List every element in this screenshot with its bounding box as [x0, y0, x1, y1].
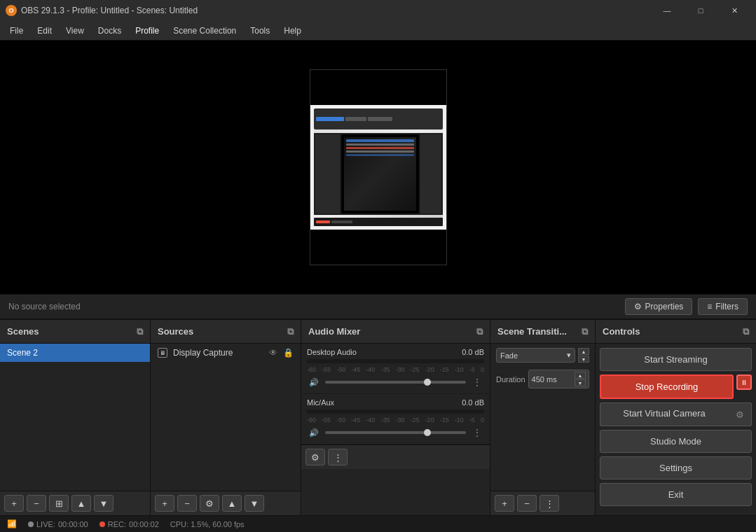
duration-up-button[interactable]: ▲ [575, 372, 586, 379]
add-scene-button[interactable]: + [4, 495, 24, 512]
vcam-gear-icon: ⚙ [736, 410, 744, 420]
sources-panel-icon[interactable]: ⧉ [287, 326, 294, 337]
controls-panel-icon[interactable]: ⧉ [743, 326, 749, 337]
scene-item[interactable]: Scene 2 [0, 344, 150, 362]
live-status: LIVE: 00:00:00 [28, 520, 88, 528]
desktop-audio-slider[interactable] [325, 381, 466, 384]
preview-canvas [310, 69, 447, 265]
sources-panel: Sources ⧉ 🖥 Display Capture 👁 🔒 + − ⚙ ▲ … [151, 320, 301, 515]
source-settings-button[interactable]: ⚙ [200, 495, 219, 512]
virtual-camera-settings-button[interactable]: ⚙ [728, 402, 752, 426]
filters-label: Filters [715, 302, 738, 312]
remove-transition-button[interactable]: − [517, 495, 537, 512]
menu-edit[interactable]: Edit [30, 23, 59, 38]
no-source-label: No source selected [8, 302, 619, 312]
cpu-label: CPU: 1.5%, 60.00 fps [170, 520, 245, 528]
add-transition-button[interactable]: + [495, 495, 514, 512]
source-bar: No source selected ⚙ Properties ≡ Filter… [0, 294, 756, 319]
audio-gear-button[interactable]: ⚙ [305, 449, 325, 465]
exit-button[interactable]: Exit [600, 483, 752, 506]
preview-screen [310, 105, 446, 230]
minimize-button[interactable]: — [651, 0, 683, 21]
menu-tools[interactable]: Tools [243, 23, 277, 38]
gear-icon: ⚙ [634, 302, 642, 312]
up-source-button[interactable]: ▲ [222, 495, 242, 512]
up-scene-button[interactable]: ▲ [71, 495, 91, 512]
transitions-header: Scene Transiti... ⧉ [490, 320, 595, 344]
network-icon: 📶 [7, 519, 17, 528]
down-scene-button[interactable]: ▼ [94, 495, 114, 512]
titlebar-controls: — □ ✕ [651, 0, 750, 21]
bottom-panels: Scenes ⧉ Scene 2 + − ⊞ ▲ ▼ Sources ⧉ 🖥 D… [0, 319, 756, 515]
remove-scene-button[interactable]: − [27, 495, 46, 512]
scenes-panel: Scenes ⧉ Scene 2 + − ⊞ ▲ ▼ [0, 320, 151, 515]
transition-menu-button[interactable]: ⋮ [539, 495, 559, 512]
audio-mixer-header: Audio Mixer ⧉ [301, 320, 490, 344]
duration-label: Duration [496, 375, 525, 384]
source-visibility-button[interactable]: 👁 [269, 348, 277, 358]
vcam-row: Start Virtual Camera ⚙ [600, 402, 752, 426]
close-button[interactable]: ✕ [718, 0, 750, 21]
transition-down-button[interactable]: ▼ [578, 356, 589, 363]
rec-time: 00:00:02 [129, 520, 159, 528]
mic-aux-meter [307, 410, 484, 414]
mic-aux-menu-button[interactable]: ⋮ [470, 426, 484, 440]
controls-panel: Controls ⧉ Start Streaming Stop Recordin… [596, 320, 756, 515]
desktop-audio-controls: 🔊 ⋮ [307, 375, 484, 389]
cpu-status: CPU: 1.5%, 60.00 fps [170, 520, 245, 528]
desktop-audio-mute-button[interactable]: 🔊 [307, 375, 321, 389]
start-streaming-button[interactable]: Start Streaming [600, 348, 752, 371]
duration-down-button[interactable]: ▼ [575, 379, 586, 386]
audio-mixer-panel: Audio Mixer ⧉ Desktop Audio 0.0 dB -60-5… [301, 320, 490, 515]
add-source-button[interactable]: + [155, 495, 174, 512]
app-icon: O [6, 5, 17, 16]
mic-aux-name: Mic/Aux [307, 398, 334, 407]
down-source-button[interactable]: ▼ [245, 495, 264, 512]
scenes-panel-icon[interactable]: ⧉ [137, 326, 143, 337]
properties-button[interactable]: ⚙ Properties [625, 298, 693, 315]
settings-button[interactable]: Settings [600, 456, 752, 479]
maximize-button[interactable]: □ [685, 0, 717, 21]
rec-dot [99, 522, 105, 527]
mic-aux-mute-button[interactable]: 🔊 [307, 426, 321, 440]
scenes-footer: + − ⊞ ▲ ▼ [0, 491, 150, 515]
filter-scene-button[interactable]: ⊞ [49, 495, 69, 512]
scenes-panel-header: Scenes ⧉ [0, 320, 150, 344]
record-row: Stop Recording ⏸ [600, 374, 752, 399]
transition-dropdown[interactable]: Fade ▾ [496, 348, 575, 363]
desktop-audio-menu-button[interactable]: ⋮ [470, 375, 484, 389]
filters-button[interactable]: ≡ Filters [698, 298, 748, 315]
menu-file[interactable]: File [3, 23, 30, 38]
mic-aux-header: Mic/Aux 0.0 dB [307, 398, 484, 407]
source-item[interactable]: 🖥 Display Capture 👁 🔒 [151, 344, 301, 362]
audio-panel-icon[interactable]: ⧉ [476, 326, 483, 337]
remove-source-button[interactable]: − [177, 495, 197, 512]
pause-icon: ⏸ [741, 379, 748, 386]
menu-scene-collection[interactable]: Scene Collection [166, 23, 243, 38]
preview-area [0, 41, 756, 294]
source-list: 🖥 Display Capture 👁 🔒 [151, 344, 301, 491]
sources-panel-header: Sources ⧉ [151, 320, 301, 344]
transitions-panel-icon[interactable]: ⧉ [582, 326, 588, 337]
stop-recording-button[interactable]: Stop Recording [600, 374, 734, 399]
duration-arrows: ▲ ▼ [575, 372, 586, 386]
menu-docks[interactable]: Docks [91, 23, 128, 38]
pause-recording-button[interactable]: ⏸ [736, 374, 752, 390]
source-lock-button[interactable]: 🔒 [283, 348, 294, 358]
menu-profile[interactable]: Profile [128, 23, 166, 38]
fade-label: Fade [500, 351, 518, 360]
audio-menu-extra-button[interactable]: ⋮ [328, 449, 348, 465]
desktop-audio-channel: Desktop Audio 0.0 dB -60-55-50-45-40-35-… [301, 344, 490, 394]
studio-mode-button[interactable]: Studio Mode [600, 430, 752, 453]
menu-view[interactable]: View [59, 23, 91, 38]
mic-aux-slider[interactable] [325, 431, 466, 434]
duration-row: Duration 450 ms ▲ ▼ [496, 370, 589, 388]
desktop-audio-meter [307, 359, 484, 363]
scenes-title: Scenes [7, 326, 39, 337]
mic-aux-db: 0.0 dB [462, 398, 484, 407]
duration-input[interactable]: 450 ms ▲ ▼ [528, 370, 589, 388]
scene-transitions-panel: Scene Transiti... ⧉ Fade ▾ ▲ ▼ Duration … [490, 320, 596, 515]
transition-up-button[interactable]: ▲ [578, 348, 589, 355]
menu-help[interactable]: Help [277, 23, 308, 38]
start-virtual-camera-button[interactable]: Start Virtual Camera [600, 402, 728, 426]
